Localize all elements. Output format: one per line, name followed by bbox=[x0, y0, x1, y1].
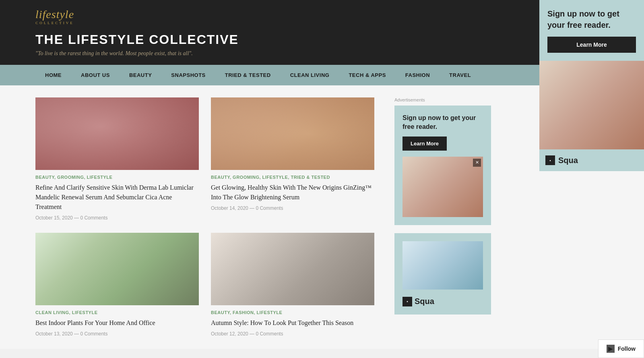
logo-text: lifestyle bbox=[35, 8, 74, 21]
article-categories: BEAUTY, FASHION, LIFESTYLE bbox=[211, 310, 374, 315]
article-comments[interactable]: 0 Comments bbox=[256, 331, 283, 337]
nav-tried[interactable]: TRIED & TESTED bbox=[215, 65, 281, 85]
ad-close-button[interactable]: ✕ bbox=[473, 159, 481, 167]
article-meta: October 14, 2020 — 0 Comments bbox=[211, 205, 374, 211]
nav-beauty[interactable]: BEAUTY bbox=[120, 65, 161, 85]
ad-learn-more-button[interactable]: Learn More bbox=[402, 137, 447, 151]
square-icon: ▪ bbox=[402, 297, 412, 306]
nav-clean[interactable]: CLEAN LIVING bbox=[281, 65, 339, 85]
article-comments[interactable]: 0 Comments bbox=[256, 205, 283, 211]
article-thumbnail bbox=[35, 233, 199, 305]
article-image bbox=[35, 97, 199, 170]
article-date: October 14, 2020 bbox=[211, 205, 248, 211]
article-categories: BEAUTY, GROOMING, LIFESTYLE bbox=[35, 175, 199, 180]
nav-about[interactable]: ABOUT US bbox=[71, 65, 120, 85]
follow-label: Follow bbox=[618, 346, 636, 349]
article-thumbnail bbox=[211, 233, 374, 305]
ads-label: Advertisements bbox=[394, 97, 491, 102]
article-categories: CLEAN LIVING, LIFESTYLE bbox=[35, 310, 199, 315]
article-date: October 12, 2020 bbox=[211, 331, 248, 337]
right-edge-square: ▪ Squa bbox=[539, 149, 644, 171]
sidebar: Advertisements Sign up now to get your f… bbox=[386, 85, 499, 349]
follow-button[interactable]: ▶ Follow bbox=[598, 339, 644, 349]
ad-title: Sign up now to get your free reader. bbox=[402, 114, 483, 132]
article-grid: BEAUTY, GROOMING, LIFESTYLE Refine And C… bbox=[35, 97, 374, 337]
article-card: BEAUTY, GROOMING, LIFESTYLE Refine And C… bbox=[35, 97, 199, 221]
square-brand-text: Squa bbox=[558, 156, 578, 165]
right-edge-title: Sign up now to get your free reader. bbox=[547, 8, 636, 31]
article-separator: — bbox=[250, 205, 256, 211]
square-brand-icon: ▪ bbox=[545, 155, 555, 165]
ad-square-image bbox=[402, 241, 483, 290]
ad-box-2: ▪ Squa bbox=[394, 233, 491, 315]
follow-icon: ▶ bbox=[607, 345, 615, 349]
right-edge-top: Sign up now to get your free reader. Lea… bbox=[539, 0, 644, 61]
ad-image: ✕ bbox=[402, 157, 483, 217]
article-date: October 13, 2020 bbox=[35, 331, 73, 337]
site-title: THE LIFESTYLE COLLECTIVE bbox=[35, 32, 609, 47]
article-title[interactable]: Best Indoor Plants For Your Home And Off… bbox=[35, 318, 199, 328]
article-title[interactable]: Get Glowing, Healthy Skin With The New O… bbox=[211, 183, 374, 202]
article-meta: October 15, 2020 — 0 Comments bbox=[35, 215, 199, 221]
right-edge-learn-more-button[interactable]: Learn More bbox=[547, 37, 636, 53]
nav-tech[interactable]: TECH & APPS bbox=[339, 65, 395, 85]
article-separator: — bbox=[74, 331, 80, 337]
right-edge-image bbox=[539, 61, 644, 149]
square-logo: ▪ Squa bbox=[402, 297, 483, 306]
site-tagline: "To live is the rarest thing in the worl… bbox=[35, 50, 609, 57]
article-comments[interactable]: 0 Comments bbox=[80, 331, 107, 337]
article-thumbnail bbox=[211, 97, 374, 170]
article-date: October 15, 2020 bbox=[35, 215, 73, 221]
article-thumbnail bbox=[35, 97, 199, 170]
nav-travel[interactable]: TRAVEL bbox=[440, 65, 481, 85]
article-meta: October 13, 2020 — 0 Comments bbox=[35, 331, 199, 337]
article-separator: — bbox=[74, 215, 80, 221]
article-card: BEAUTY, GROOMING, LIFESTYLE, TRIED & TES… bbox=[211, 97, 374, 221]
nav-snapshots[interactable]: SNAPSHOTS bbox=[161, 65, 215, 85]
main-content: BEAUTY, GROOMING, LIFESTYLE Refine And C… bbox=[0, 85, 386, 349]
article-separator: — bbox=[250, 331, 256, 337]
nav-home[interactable]: HOME bbox=[35, 65, 71, 85]
article-image bbox=[35, 233, 199, 305]
article-comments[interactable]: 0 Comments bbox=[80, 215, 107, 221]
nav-fashion[interactable]: FASHION bbox=[396, 65, 440, 85]
right-edge-panel: Sign up now to get your free reader. Lea… bbox=[539, 0, 644, 171]
article-image bbox=[211, 97, 374, 170]
article-categories: BEAUTY, GROOMING, LIFESTYLE, TRIED & TES… bbox=[211, 175, 374, 180]
article-card: CLEAN LIVING, LIFESTYLE Best Indoor Plan… bbox=[35, 233, 199, 337]
square-text: Squa bbox=[415, 297, 434, 306]
article-title[interactable]: Refine And Clarify Sensitive Skin With D… bbox=[35, 183, 199, 212]
article-card: BEAUTY, FASHION, LIFESTYLE Autumn Style:… bbox=[211, 233, 374, 337]
article-image bbox=[211, 233, 374, 305]
article-meta: October 12, 2020 — 0 Comments bbox=[211, 331, 374, 337]
ad-box-1: Sign up now to get your free reader. Lea… bbox=[394, 106, 491, 225]
logo-sub: COLLECTIVE bbox=[35, 21, 74, 25]
article-title[interactable]: Autumn Style: How To Look Put Together T… bbox=[211, 318, 374, 328]
logo: lifestyle COLLECTIVE bbox=[35, 8, 609, 25]
